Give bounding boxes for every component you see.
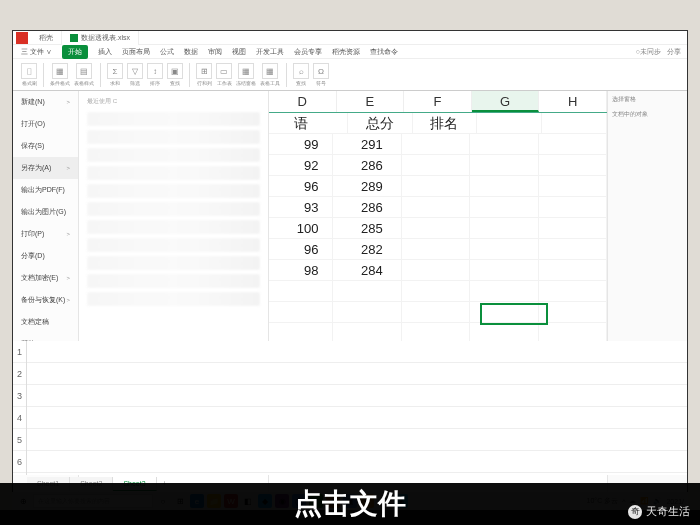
cell[interactable]: 285 <box>333 218 401 239</box>
recent-item[interactable] <box>87 238 260 252</box>
tool-fill[interactable]: ▣查找 <box>167 63 183 86</box>
col-header-H[interactable]: H <box>539 91 607 112</box>
ribbon-tab-insert[interactable]: 插入 <box>98 47 112 57</box>
ribbon-tab-layout[interactable]: 页面布局 <box>122 47 150 57</box>
ribbon-search[interactable]: 查找命令 <box>370 47 398 57</box>
file-menu-item-4[interactable]: 输出为PDF(F) <box>13 179 78 201</box>
file-menu-item-2[interactable]: 保存(S) <box>13 135 78 157</box>
tab-home[interactable]: 稻壳 <box>31 31 62 45</box>
cell[interactable] <box>470 302 538 323</box>
cell[interactable]: 98 <box>269 260 333 281</box>
cell[interactable] <box>402 176 470 197</box>
cell[interactable] <box>539 281 607 302</box>
cell[interactable] <box>269 281 333 302</box>
tool-table-style[interactable]: ▤表格样式 <box>74 63 94 86</box>
cell[interactable] <box>539 197 607 218</box>
ribbon-tab-dev[interactable]: 开发工具 <box>256 47 284 57</box>
cell[interactable] <box>470 176 538 197</box>
cell[interactable] <box>470 134 538 155</box>
cell[interactable]: 96 <box>269 239 333 260</box>
cell[interactable] <box>470 197 538 218</box>
cell[interactable] <box>539 239 607 260</box>
tab-doc[interactable]: 数据透视表.xlsx <box>62 31 139 45</box>
ribbon-tab-view[interactable]: 视图 <box>232 47 246 57</box>
recent-item[interactable] <box>87 148 260 162</box>
cell[interactable] <box>402 134 470 155</box>
app-icon[interactable] <box>16 32 28 44</box>
file-menu-item-6[interactable]: 打印(P)> <box>13 223 78 245</box>
cell[interactable]: 289 <box>333 176 401 197</box>
row-num[interactable]: 1 <box>13 341 26 363</box>
col-header-G[interactable]: G <box>472 91 540 112</box>
cell[interactable] <box>402 260 470 281</box>
cell[interactable] <box>402 155 470 176</box>
cell[interactable] <box>402 302 470 323</box>
row-num[interactable]: 4 <box>13 407 26 429</box>
ribbon-tab-data[interactable]: 数据 <box>184 47 198 57</box>
cell[interactable] <box>333 302 401 323</box>
cell[interactable] <box>470 155 538 176</box>
cell[interactable] <box>470 281 538 302</box>
row-num[interactable]: 5 <box>13 429 26 451</box>
file-menu-item-0[interactable]: 新建(N)> <box>13 91 78 113</box>
tool-symbol[interactable]: Ω符号 <box>313 63 329 86</box>
cell[interactable] <box>269 302 333 323</box>
share-button[interactable]: 分享 <box>667 47 681 57</box>
cell[interactable]: 总分 <box>348 113 413 134</box>
file-menu-item-3[interactable]: 另存为(A)> <box>13 157 78 179</box>
cell[interactable]: 286 <box>333 155 401 176</box>
tool-find[interactable]: ⌕查找 <box>293 63 309 86</box>
cell[interactable] <box>539 302 607 323</box>
tool-rowcol[interactable]: ⊞行和列 <box>196 63 212 86</box>
cell[interactable]: 286 <box>333 197 401 218</box>
recent-item[interactable] <box>87 292 260 306</box>
file-menu-item-8[interactable]: 文档加密(E)> <box>13 267 78 289</box>
cell[interactable] <box>470 239 538 260</box>
cell[interactable]: 284 <box>333 260 401 281</box>
cell[interactable]: 93 <box>269 197 333 218</box>
ribbon-tab-formula[interactable]: 公式 <box>160 47 174 57</box>
col-header-D[interactable]: D <box>269 91 337 112</box>
cell[interactable] <box>470 260 538 281</box>
cell[interactable] <box>539 134 607 155</box>
cell[interactable]: 语 <box>269 113 348 134</box>
cell[interactable] <box>402 218 470 239</box>
tool-filter[interactable]: ▽筛选 <box>127 63 143 86</box>
tool-cond-format[interactable]: ▦条件格式 <box>50 63 70 86</box>
col-header-F[interactable]: F <box>404 91 472 112</box>
tool-format-painter[interactable]: ⌷格式刷 <box>21 63 37 86</box>
cell[interactable] <box>402 197 470 218</box>
file-menu-item-10[interactable]: 文档定稿 <box>13 311 78 333</box>
ribbon-tab-member[interactable]: 会员专享 <box>294 47 322 57</box>
cell[interactable] <box>402 281 470 302</box>
tool-freeze[interactable]: ▦冻结窗格 <box>236 63 256 86</box>
tool-sum[interactable]: Σ求和 <box>107 63 123 86</box>
row-num[interactable]: 6 <box>13 451 26 473</box>
recent-item[interactable] <box>87 112 260 126</box>
cell[interactable]: 100 <box>269 218 333 239</box>
row-num[interactable]: 2 <box>13 363 26 385</box>
cell[interactable]: 92 <box>269 155 333 176</box>
recent-item[interactable] <box>87 166 260 180</box>
file-menu-item-1[interactable]: 打开(O) <box>13 113 78 135</box>
recent-item[interactable] <box>87 130 260 144</box>
file-menu-item-7[interactable]: 分享(D) <box>13 245 78 267</box>
cell[interactable] <box>542 113 607 134</box>
cell[interactable] <box>539 176 607 197</box>
tool-table-tools[interactable]: ▦表格工具 <box>260 63 280 86</box>
ribbon-tab-review[interactable]: 审阅 <box>208 47 222 57</box>
tool-worksheet[interactable]: ▭工作表 <box>216 63 232 86</box>
sync-status[interactable]: ○未同步 <box>636 47 661 57</box>
recent-item[interactable] <box>87 220 260 234</box>
ribbon-tab-start[interactable]: 开始 <box>62 45 88 59</box>
file-menu-item-5[interactable]: 输出为图片(G) <box>13 201 78 223</box>
cell[interactable]: 99 <box>269 134 333 155</box>
file-dropdown[interactable]: 三 文件 ∨ <box>21 47 52 57</box>
cell[interactable] <box>470 218 538 239</box>
row-num[interactable]: 3 <box>13 385 26 407</box>
cell[interactable] <box>477 113 542 134</box>
recent-item[interactable] <box>87 274 260 288</box>
cell[interactable]: 291 <box>333 134 401 155</box>
file-menu-item-9[interactable]: 备份与恢复(K)> <box>13 289 78 311</box>
cell[interactable]: 排名 <box>413 113 478 134</box>
